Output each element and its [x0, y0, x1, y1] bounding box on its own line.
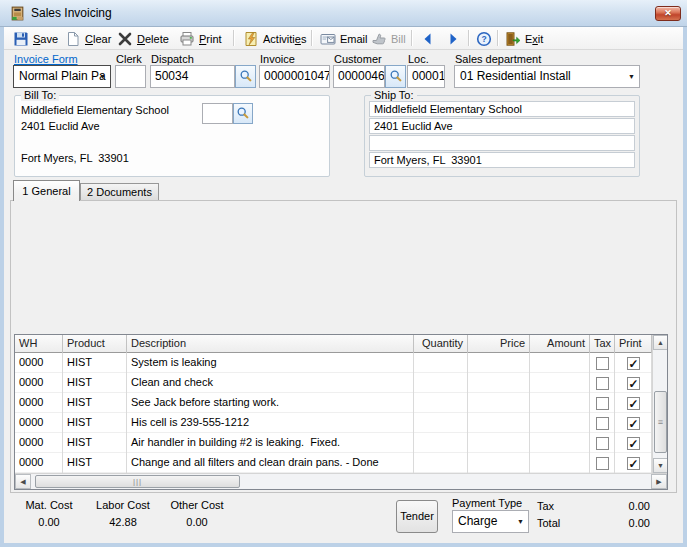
cell-price[interactable] [468, 393, 530, 413]
cell-quantity[interactable] [414, 413, 468, 433]
email-button[interactable]: Email [317, 29, 371, 48]
column-header-product[interactable]: Product [63, 335, 127, 353]
column-header-quantity[interactable]: Quantity [414, 335, 468, 353]
print-button[interactable]: Print [176, 29, 225, 48]
scroll-right-button[interactable]: ▶ [651, 474, 667, 489]
cell-description[interactable]: See Jack before starting work. [127, 393, 414, 413]
tab-documents[interactable]: 2 Documents [80, 183, 159, 201]
cell-price[interactable] [468, 373, 530, 393]
cell-product[interactable]: HIST [63, 393, 127, 413]
customer-lookup-button[interactable] [385, 65, 406, 88]
sales-department-select[interactable]: 01 Residential Install▼ [454, 65, 640, 88]
cell-wh[interactable]: 0000 [15, 453, 63, 473]
activities-button[interactable]: Activities [240, 29, 309, 48]
dispatch-field[interactable]: 50034 [150, 65, 235, 88]
close-button[interactable]: ✕ [655, 6, 681, 21]
help-button[interactable]: ? [473, 29, 495, 48]
cell-quantity[interactable] [414, 453, 468, 473]
cell-amount[interactable] [530, 353, 590, 373]
print-checkbox[interactable] [627, 377, 640, 390]
cell-description[interactable]: Clean and check [127, 373, 414, 393]
vertical-scroll-thumb[interactable]: ≡ [654, 391, 667, 453]
tab-general[interactable]: 1 General [13, 180, 80, 201]
bill-to-lookup-button[interactable] [233, 103, 253, 124]
table-row[interactable]: 0000HISTAir handler in building #2 is le… [15, 433, 652, 453]
next-record-button[interactable] [442, 29, 464, 48]
cell-product[interactable]: HIST [63, 453, 127, 473]
cell-description[interactable]: His cell is 239-555-1212 [127, 413, 414, 433]
cell-amount[interactable] [530, 433, 590, 453]
payment-type-select[interactable]: Charge▼ [452, 510, 529, 533]
tax-checkbox[interactable] [596, 357, 609, 370]
print-checkbox[interactable] [627, 457, 640, 470]
column-header-amount[interactable]: Amount [530, 335, 590, 353]
print-checkbox[interactable] [627, 397, 640, 410]
invoice-form-link[interactable]: Invoice Form [14, 53, 78, 65]
clerk-field[interactable] [115, 65, 146, 88]
scroll-down-button[interactable]: ▼ [653, 458, 668, 473]
save-button[interactable]: Save [10, 29, 61, 48]
previous-record-button[interactable] [417, 29, 439, 48]
scroll-up-button[interactable]: ▲ [653, 335, 668, 350]
cell-description[interactable]: Air handler in building #2 is leaking. F… [127, 433, 414, 453]
table-row[interactable]: 0000HISTHis cell is 239-555-1212 [15, 413, 652, 433]
tax-checkbox[interactable] [596, 437, 609, 450]
scroll-left-button[interactable]: ◀ [15, 474, 31, 489]
cell-quantity[interactable] [414, 393, 468, 413]
tender-button[interactable]: Tender [396, 500, 438, 533]
invoice-number-field[interactable]: 0000001047 [259, 65, 330, 88]
cell-wh[interactable]: 0000 [15, 433, 63, 453]
tax-checkbox[interactable] [596, 417, 609, 430]
cell-amount[interactable] [530, 453, 590, 473]
cell-price[interactable] [468, 413, 530, 433]
invoice-form-select[interactable]: Normal Plain Pa▼ [13, 65, 111, 88]
ship-to-line-field[interactable]: Fort Myers, FL 33901 [369, 152, 635, 168]
column-header-wh[interactable]: WH [15, 335, 63, 353]
table-row[interactable]: 0000HISTSee Jack before starting work. [15, 393, 652, 413]
cell-wh[interactable]: 0000 [15, 373, 63, 393]
exit-button[interactable]: Exit [502, 29, 546, 48]
cell-wh[interactable]: 0000 [15, 393, 63, 413]
cell-product[interactable]: HIST [63, 353, 127, 373]
vertical-scrollbar[interactable]: ▲ ≡ ▼ [652, 335, 667, 473]
cell-amount[interactable] [530, 413, 590, 433]
customer-field[interactable]: 0000046 [333, 65, 385, 88]
bill-to-lookup-field[interactable] [202, 103, 233, 124]
table-row[interactable]: 0000HISTClean and check [15, 373, 652, 393]
cell-description[interactable]: Change and all filters and clean drain p… [127, 453, 414, 473]
print-checkbox[interactable] [627, 437, 640, 450]
cell-quantity[interactable] [414, 353, 468, 373]
cell-product[interactable]: HIST [63, 413, 127, 433]
ship-to-line-field[interactable]: Middlefield Elementary School [369, 101, 635, 117]
cell-quantity[interactable] [414, 373, 468, 393]
cell-product[interactable]: HIST [63, 433, 127, 453]
horizontal-scroll-thumb[interactable]: ||| [35, 475, 240, 488]
column-header-price[interactable]: Price [468, 335, 530, 353]
ship-to-line-field[interactable] [369, 135, 635, 151]
table-row[interactable]: 0000HISTChange and all filters and clean… [15, 453, 652, 473]
cell-quantity[interactable] [414, 433, 468, 453]
cell-wh[interactable]: 0000 [15, 353, 63, 373]
title-bar[interactable]: Sales Invoicing ✕ [0, 0, 687, 27]
cell-price[interactable] [468, 453, 530, 473]
loc-field[interactable]: 00001 [407, 65, 445, 88]
tax-checkbox[interactable] [596, 377, 609, 390]
ship-to-line-field[interactable]: 2401 Euclid Ave [369, 118, 635, 134]
cell-amount[interactable] [530, 393, 590, 413]
cell-price[interactable] [468, 353, 530, 373]
print-checkbox[interactable] [627, 357, 640, 370]
print-checkbox[interactable] [627, 417, 640, 430]
tax-checkbox[interactable] [596, 457, 609, 470]
tax-checkbox[interactable] [596, 397, 609, 410]
cell-amount[interactable] [530, 373, 590, 393]
cell-wh[interactable]: 0000 [15, 413, 63, 433]
column-header-print[interactable]: Print [615, 335, 652, 353]
delete-button[interactable]: Delete [114, 29, 172, 48]
clear-button[interactable]: Clear [62, 29, 114, 48]
dispatch-lookup-button[interactable] [235, 65, 256, 88]
table-row[interactable]: 0000HISTSystem is leaking [15, 353, 652, 373]
column-header-tax[interactable]: Tax [590, 335, 615, 353]
cell-price[interactable] [468, 433, 530, 453]
cell-product[interactable]: HIST [63, 373, 127, 393]
column-header-description[interactable]: Description [127, 335, 414, 353]
